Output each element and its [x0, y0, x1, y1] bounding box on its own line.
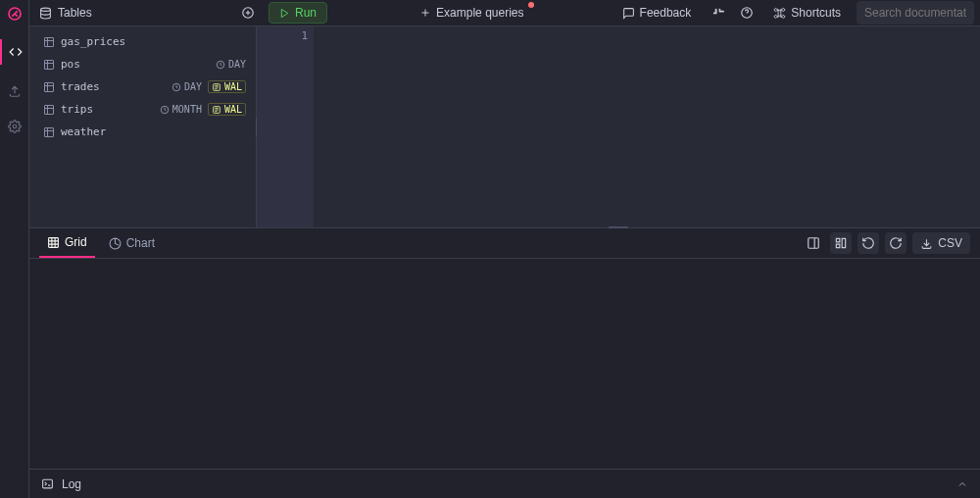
rail-settings-tab[interactable] — [8, 118, 22, 135]
table-icon — [43, 81, 55, 93]
database-icon — [39, 7, 52, 20]
tab-chart-label: Chart — [126, 236, 155, 250]
svg-rect-4 — [45, 37, 54, 46]
results-panel — [29, 259, 980, 469]
table-icon — [43, 104, 55, 116]
table-icon — [43, 126, 55, 138]
chevron-up-icon[interactable] — [956, 478, 968, 490]
terminal-icon — [41, 477, 54, 490]
svg-rect-5 — [45, 60, 54, 69]
topbar: Tables Run Example queries — [29, 0, 980, 26]
notification-dot-icon — [528, 2, 534, 8]
table-name: trips — [61, 103, 154, 116]
svg-point-1 — [41, 8, 51, 11]
tab-chart[interactable]: Chart — [101, 228, 163, 258]
wal-badge: WAL — [208, 80, 246, 93]
svg-rect-14 — [49, 237, 59, 247]
help-button[interactable] — [736, 2, 758, 24]
export-csv-button[interactable]: CSV — [912, 232, 970, 254]
svg-point-0 — [13, 124, 17, 128]
add-table-button[interactable] — [241, 6, 255, 20]
table-row[interactable]: weather — [29, 121, 256, 143]
editor-textarea[interactable] — [314, 26, 980, 227]
svg-rect-13 — [45, 127, 54, 136]
shortcuts-label: Shortcuts — [791, 6, 841, 20]
horizontal-resize-handle[interactable] — [257, 224, 980, 231]
svg-rect-15 — [808, 238, 819, 249]
csv-label: CSV — [938, 236, 962, 250]
tab-grid-label: Grid — [65, 235, 87, 249]
rail-upload-tab[interactable] — [8, 82, 22, 100]
svg-rect-10 — [45, 105, 54, 114]
toggle-panel-button[interactable] — [803, 232, 824, 254]
left-rail — [0, 0, 29, 498]
search-input[interactable] — [857, 1, 974, 25]
example-queries-label: Example queries — [436, 6, 523, 20]
editor-gutter: 1 — [257, 26, 314, 227]
partition-badge: DAY — [172, 81, 202, 92]
example-queries-button[interactable]: Example queries — [414, 4, 529, 22]
partition-badge: DAY — [216, 59, 246, 70]
table-row[interactable]: tradesDAYWAL — [29, 75, 256, 98]
log-bar[interactable]: Log — [29, 469, 980, 498]
table-name: gas_prices — [61, 35, 246, 48]
table-name: pos — [61, 58, 210, 71]
run-button[interactable]: Run — [269, 2, 327, 24]
freeze-columns-button[interactable] — [830, 232, 852, 254]
table-row[interactable]: gas_prices — [29, 30, 256, 53]
tables-label: Tables — [58, 6, 92, 20]
results-toolbar: Grid Chart CSV — [29, 227, 980, 259]
reset-layout-button[interactable] — [858, 232, 879, 254]
tables-sidebar: gas_pricesposDAYtradesDAYWALtripsMONTHWA… — [29, 26, 257, 227]
feedback-button[interactable]: Feedback — [614, 3, 700, 23]
slack-button[interactable] — [707, 2, 728, 24]
table-icon — [43, 36, 55, 48]
sql-editor[interactable]: 1 — [257, 26, 980, 227]
log-label: Log — [62, 477, 81, 491]
shortcuts-button[interactable]: Shortcuts — [765, 3, 849, 23]
svg-rect-16 — [43, 479, 53, 488]
wal-badge: WAL — [208, 103, 246, 116]
line-number: 1 — [257, 29, 308, 42]
table-row[interactable]: tripsMONTHWAL — [29, 98, 256, 121]
tab-grid[interactable]: Grid — [39, 228, 95, 258]
svg-rect-7 — [45, 82, 54, 91]
table-icon — [43, 59, 55, 71]
rail-editor-tab[interactable] — [0, 39, 28, 65]
feedback-label: Feedback — [640, 6, 692, 20]
partition-badge: MONTH — [160, 104, 202, 115]
table-name: trades — [61, 80, 166, 93]
app-logo — [7, 6, 23, 22]
refresh-button[interactable] — [885, 232, 906, 254]
table-row[interactable]: posDAY — [29, 53, 256, 75]
table-name: weather — [61, 125, 246, 138]
run-label: Run — [295, 6, 317, 20]
